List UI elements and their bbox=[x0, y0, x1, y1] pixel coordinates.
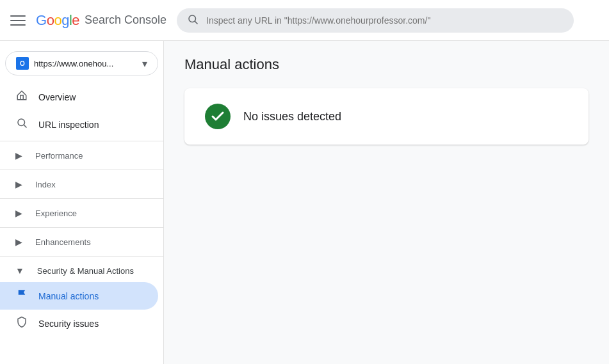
svg-line-1 bbox=[195, 21, 197, 24]
nav-divider-5 bbox=[0, 256, 163, 257]
sidebar-item-url-inspection[interactable]: URL inspection bbox=[0, 111, 158, 138]
chevron-down-icon-security: ▼ bbox=[15, 265, 24, 276]
hamburger-menu-button[interactable] bbox=[10, 13, 26, 28]
google-logo: Google Search Console bbox=[36, 12, 166, 29]
sidebar-item-overview[interactable]: Overview bbox=[0, 83, 158, 111]
sidebar-item-experience-label: Experience bbox=[35, 209, 77, 218]
nav-divider-1 bbox=[0, 141, 163, 141]
sidebar-item-security-label: Security & Manual Actions bbox=[37, 266, 134, 276]
sidebar: O https://www.onehou... ▾ Overview URL i… bbox=[0, 41, 164, 364]
success-icon bbox=[205, 104, 231, 129]
sidebar-item-security-issues[interactable]: Security issues bbox=[0, 310, 158, 337]
sidebar-item-enhancements-label: Enhancements bbox=[35, 237, 91, 247]
sidebar-item-overview-label: Overview bbox=[38, 92, 76, 102]
product-name: Search Console bbox=[85, 13, 166, 27]
topbar: Google Search Console bbox=[0, 0, 609, 41]
sidebar-item-url-inspection-label: URL inspection bbox=[38, 120, 99, 130]
site-selector[interactable]: O https://www.onehou... ▾ bbox=[5, 51, 158, 75]
svg-line-3 bbox=[24, 125, 26, 127]
no-issues-text: No issues detected bbox=[243, 110, 341, 123]
sidebar-item-index-label: Index bbox=[35, 180, 56, 189]
sidebar-item-security-manual-actions[interactable]: ▼ Security & Manual Actions bbox=[0, 259, 163, 282]
sidebar-item-manual-actions[interactable]: Manual actions bbox=[0, 282, 158, 310]
logo-o1: o bbox=[47, 12, 54, 28]
flag-icon bbox=[15, 289, 28, 303]
page-title: Manual actions bbox=[184, 56, 589, 73]
sidebar-item-performance[interactable]: ▶ Performance bbox=[0, 144, 163, 167]
nav-divider-2 bbox=[0, 170, 163, 170]
svg-point-0 bbox=[189, 15, 196, 22]
sidebar-item-enhancements[interactable]: ▶ Enhancements bbox=[0, 230, 163, 253]
sidebar-item-index[interactable]: ▶ Index bbox=[0, 173, 163, 196]
chevron-right-icon-enhancements: ▶ bbox=[15, 237, 22, 247]
main-layout: O https://www.onehou... ▾ Overview URL i… bbox=[0, 41, 609, 364]
main-content: Manual actions No issues detected bbox=[164, 41, 609, 364]
logo-g: G bbox=[36, 12, 47, 28]
svg-point-2 bbox=[18, 119, 25, 126]
sidebar-item-performance-label: Performance bbox=[35, 151, 83, 161]
url-inspection-input[interactable] bbox=[206, 15, 564, 26]
logo-o2: o bbox=[54, 12, 61, 28]
chevron-right-icon: ▶ bbox=[15, 150, 22, 161]
home-icon bbox=[15, 90, 28, 104]
sidebar-item-security-issues-label: Security issues bbox=[38, 319, 99, 329]
site-favicon: O bbox=[16, 57, 29, 70]
sidebar-item-manual-actions-label: Manual actions bbox=[38, 291, 99, 301]
sidebar-item-experience[interactable]: ▶ Experience bbox=[0, 202, 163, 225]
logo-g2: g bbox=[61, 12, 69, 28]
logo-e: e bbox=[72, 12, 79, 28]
chevron-right-icon-experience: ▶ bbox=[15, 208, 22, 218]
search-bar-icon bbox=[187, 13, 199, 28]
nav-divider-4 bbox=[0, 227, 163, 228]
search-icon bbox=[15, 117, 28, 132]
url-inspection-bar[interactable] bbox=[177, 8, 574, 33]
no-issues-card: No issues detected bbox=[184, 88, 589, 145]
chevron-right-icon-index: ▶ bbox=[15, 179, 22, 189]
site-name: https://www.onehou... bbox=[34, 59, 137, 68]
site-selector-chevron-icon: ▾ bbox=[142, 58, 147, 70]
nav-divider-3 bbox=[0, 198, 163, 199]
shield-icon bbox=[15, 316, 28, 331]
